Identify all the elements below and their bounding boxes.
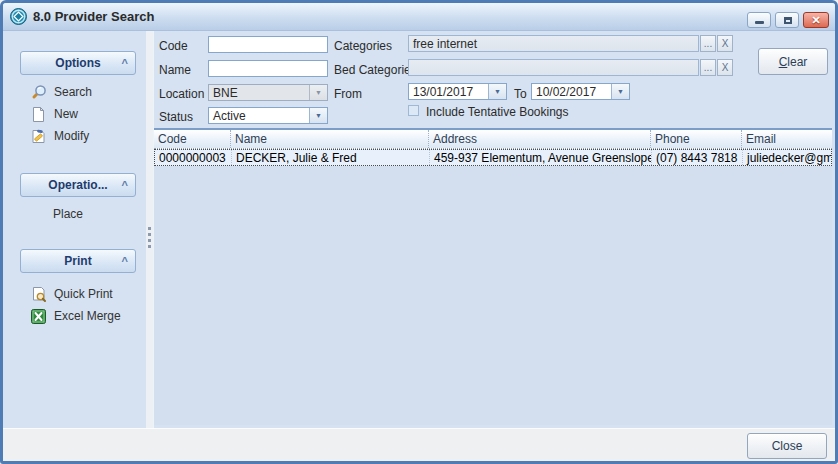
location-label: Location xyxy=(159,87,204,101)
code-input[interactable] xyxy=(208,36,328,53)
close-icon: ✕ xyxy=(804,14,828,27)
column-header-address[interactable]: Address xyxy=(429,130,651,148)
ellipsis-icon: ... xyxy=(704,38,712,49)
dropdown-arrow-icon[interactable]: ▼ xyxy=(309,108,327,123)
minimize-button[interactable] xyxy=(747,12,771,28)
splitter-grip-icon xyxy=(148,227,151,251)
bed-categories-clear-button[interactable]: X xyxy=(717,59,733,76)
sidebar-item-new[interactable]: New xyxy=(30,105,78,123)
sidebar-item-place[interactable]: Place xyxy=(53,205,83,223)
dropdown-arrow-icon[interactable]: ▼ xyxy=(611,84,629,99)
titlebar: 8.0 Provider Search ✕ xyxy=(3,3,835,31)
chevron-up-icon: ^ xyxy=(122,174,128,196)
sidebar-item-label: Quick Print xyxy=(54,287,113,301)
bed-categories-field[interactable] xyxy=(408,59,699,76)
from-date-value: 13/01/2017 xyxy=(409,84,488,99)
categories-value: free internet xyxy=(413,37,477,51)
cell-email: juliedecker@gmail xyxy=(743,150,831,165)
clear-button[interactable]: Clear xyxy=(758,48,828,75)
chevron-up-icon: ^ xyxy=(122,250,128,272)
include-tentative-checkbox[interactable] xyxy=(408,105,419,116)
sidebar-section-operations[interactable]: Operatio... ^ xyxy=(20,173,136,197)
window-title: 8.0 Provider Search xyxy=(33,9,154,24)
categories-label: Categories xyxy=(334,39,392,53)
to-date-picker[interactable]: 10/02/2017 ▼ xyxy=(531,83,630,100)
dropdown-arrow-icon[interactable]: ▼ xyxy=(488,84,506,99)
bed-categories-lookup-button[interactable]: ... xyxy=(700,59,716,76)
excel-icon xyxy=(30,308,47,325)
ellipsis-icon: ... xyxy=(704,62,712,73)
include-tentative-label: Include Tentative Bookings xyxy=(426,105,569,119)
from-date-picker[interactable]: 13/01/2017 ▼ xyxy=(408,83,507,100)
sidebar-item-label: Place xyxy=(53,207,83,221)
status-value: Active xyxy=(209,108,309,123)
location-dropdown[interactable]: BNE ▼ xyxy=(208,84,328,101)
from-label: From xyxy=(334,87,362,101)
clear-x-icon: X xyxy=(722,62,729,73)
search-icon xyxy=(30,84,47,101)
close-window-button[interactable]: ✕ xyxy=(803,12,829,28)
sidebar-item-excel-merge[interactable]: Excel Merge xyxy=(30,307,121,325)
sidebar-item-quick-print[interactable]: Quick Print xyxy=(30,285,113,303)
sidebar-item-label: Modify xyxy=(54,129,89,143)
sidebar-section-print[interactable]: Print ^ xyxy=(20,249,136,273)
provider-search-window: 8.0 Provider Search ✕ Options ^ xyxy=(0,0,838,464)
categories-lookup-button[interactable]: ... xyxy=(700,35,716,52)
footer-bar: Close xyxy=(3,428,835,461)
close-button[interactable]: Close xyxy=(747,433,827,459)
results-grid-header: Code Name Address Phone Email xyxy=(154,130,832,149)
sidebar-item-search[interactable]: Search xyxy=(30,83,92,101)
maximize-icon xyxy=(784,17,792,24)
sidebar-item-label: New xyxy=(54,107,78,121)
sidebar-item-modify[interactable]: Modify xyxy=(30,127,89,145)
sidebar-item-label: Excel Merge xyxy=(54,309,121,323)
to-label: To xyxy=(514,87,527,101)
sidebar-splitter[interactable] xyxy=(146,31,153,428)
location-value: BNE xyxy=(209,85,309,100)
results-grid: Code Name Address Phone Email 0000000003… xyxy=(154,128,832,425)
chevron-up-icon: ^ xyxy=(122,52,128,74)
main-panel: Code Name Location BNE ▼ Status Active ▼… xyxy=(153,31,835,428)
quick-print-icon xyxy=(30,286,47,303)
cell-address: 459-937 Elementum, Avenue Greenslopes 41 xyxy=(430,150,652,165)
cell-name: DECKER, Julie & Fred xyxy=(232,150,430,165)
column-header-email[interactable]: Email xyxy=(742,130,832,148)
name-input[interactable] xyxy=(208,60,328,77)
table-row[interactable]: 0000000003 DECKER, Julie & Fred 459-937 … xyxy=(154,149,832,166)
window-controls: ✕ xyxy=(747,12,829,28)
sidebar-item-label: Search xyxy=(54,85,92,99)
to-date-value: 10/02/2017 xyxy=(532,84,611,99)
window-content: Options ^ Search xyxy=(3,31,835,428)
column-header-phone[interactable]: Phone xyxy=(651,130,742,148)
section-title: Operatio... xyxy=(48,178,107,192)
app-icon xyxy=(10,8,27,25)
cell-code: 0000000003 xyxy=(155,150,232,165)
clear-x-icon: X xyxy=(722,38,729,49)
section-title: Options xyxy=(55,56,100,70)
dropdown-arrow-icon[interactable]: ▼ xyxy=(309,85,327,100)
categories-clear-button[interactable]: X xyxy=(717,35,733,52)
status-label: Status xyxy=(159,110,193,124)
sidebar-section-options[interactable]: Options ^ xyxy=(20,51,136,75)
maximize-button[interactable] xyxy=(775,12,799,28)
bed-categories-label: Bed Categories xyxy=(334,63,417,77)
sidebar: Options ^ Search xyxy=(3,31,146,428)
minimize-icon xyxy=(755,21,764,24)
modify-icon xyxy=(30,128,47,145)
code-label: Code xyxy=(159,39,188,53)
cell-phone: (07) 8443 7818 xyxy=(652,150,743,165)
section-title: Print xyxy=(64,254,91,268)
status-dropdown[interactable]: Active ▼ xyxy=(208,107,328,124)
name-label: Name xyxy=(159,63,191,77)
column-header-name[interactable]: Name xyxy=(231,130,429,148)
new-document-icon xyxy=(30,106,47,123)
categories-field[interactable]: free internet xyxy=(408,35,699,52)
column-header-code[interactable]: Code xyxy=(154,130,231,148)
